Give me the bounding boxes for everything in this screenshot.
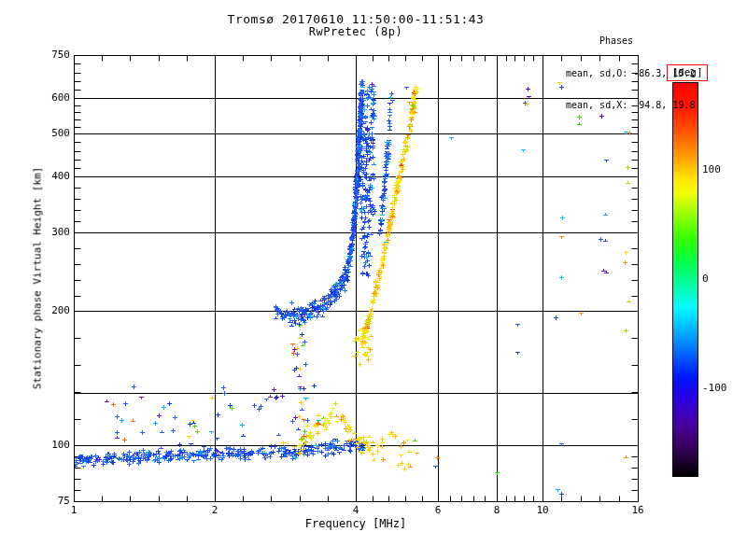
colorbar-tick-label: -100 xyxy=(702,383,727,394)
x-tick-label: 10 xyxy=(524,505,561,516)
x-tick-label: 6 xyxy=(419,505,457,516)
x-tick-label: 2 xyxy=(196,505,233,516)
y-tick-label: 200 xyxy=(27,305,70,316)
y-tick-label: 500 xyxy=(27,128,70,139)
x-tick-label: 16 xyxy=(619,505,656,516)
colorbar-label: [deg] xyxy=(667,64,708,81)
x-axis-label: Frequency [MHz] xyxy=(0,517,712,530)
colorbar-tick-label: 0 xyxy=(702,273,709,285)
y-tick-label: 750 xyxy=(27,49,70,61)
y-tick-label: 300 xyxy=(27,227,70,238)
x-tick-label: 4 xyxy=(337,505,374,516)
phase-stats-x-line: mean, sd,X: 94.8, 19.8 xyxy=(566,100,695,111)
x-tick-label: 8 xyxy=(478,505,515,516)
ionogram-plot: Tromsø 20170610 11:50:00-11:51:43 RwPret… xyxy=(0,0,747,560)
x-tick-label: 1 xyxy=(55,505,92,516)
y-tick-label: 100 xyxy=(27,440,70,451)
y-tick-label: 600 xyxy=(27,92,70,104)
y-axis-label: Stationary phase Virtual Height [km] xyxy=(32,167,44,389)
phase-stats-header: Phases xyxy=(566,35,695,47)
colorbar-tick-label: 100 xyxy=(702,164,721,175)
y-tick-label: 400 xyxy=(27,171,70,182)
